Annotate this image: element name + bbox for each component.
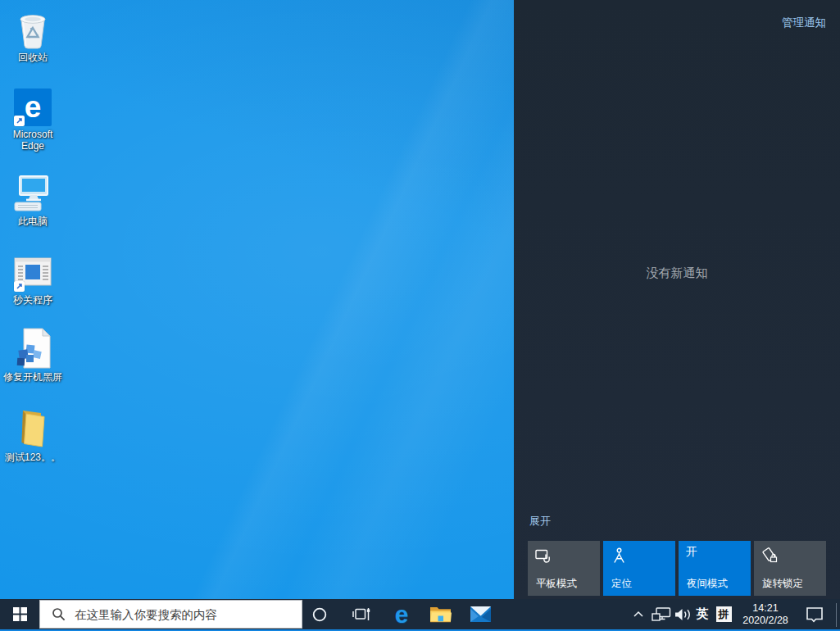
recycle-bin-icon — [16, 7, 50, 49]
ime-language-indicator[interactable]: 英 — [692, 599, 712, 629]
cortana-circle-icon — [312, 607, 327, 622]
chevron-up-icon — [633, 611, 644, 618]
tablet-mode-icon — [535, 547, 552, 568]
volume-tray-button[interactable] — [672, 599, 693, 629]
tray-date: 2020/2/28 — [742, 615, 788, 627]
test-folder-label: 测试123。。 — [5, 452, 61, 463]
tray-time: 14:21 — [742, 602, 788, 615]
app-window-icon — [14, 249, 52, 292]
tile-label: 定位 — [611, 577, 632, 591]
file-explorer-button[interactable] — [422, 599, 458, 629]
manage-notifications-link[interactable]: 管理通知 — [782, 16, 826, 30]
quick-close-program-label: 秒关程序 — [13, 294, 52, 306]
clock-button[interactable]: 14:21 2020/2/28 — [735, 599, 796, 629]
quick-actions-row: 平板模式 定位 开 夜间模式 — [528, 541, 826, 596]
show-desktop-button[interactable] — [836, 603, 840, 627]
desktop-icon-quick-close-program[interactable]: 秒关程序 — [2, 249, 64, 306]
registry-file-icon — [15, 326, 51, 369]
task-view-button[interactable] — [343, 599, 379, 629]
ime-mode-indicator[interactable]: 拼 — [712, 599, 735, 629]
action-center-panel: 管理通知 没有新通知 展开 平板模式 定位 — [514, 0, 840, 599]
tile-status-text: 开 — [686, 545, 697, 560]
folder-icon — [16, 406, 50, 449]
tray-overflow-button[interactable] — [628, 599, 649, 629]
network-tray-button[interactable] — [650, 599, 673, 629]
file-explorer-icon — [429, 606, 452, 623]
cortana-button[interactable] — [302, 599, 338, 629]
action-center-icon — [806, 606, 824, 623]
no-new-notifications-text: 没有新通知 — [514, 266, 840, 281]
desktop-icon-fix-boot-black-screen[interactable]: 修复开机黑屏 — [2, 326, 64, 383]
mail-button[interactable] — [462, 599, 498, 629]
desktop-icon-recycle-bin[interactable]: 回收站 — [2, 7, 64, 63]
windows-logo-icon — [13, 607, 27, 621]
mail-icon — [470, 606, 491, 622]
shortcut-arrow-icon — [14, 116, 25, 126]
edge-icon: e — [14, 84, 52, 126]
expand-link[interactable]: 展开 — [529, 514, 551, 529]
desktop-icon-this-pc[interactable]: 此电脑 — [2, 170, 64, 227]
location-icon — [611, 547, 628, 568]
tile-label: 平板模式 — [536, 577, 577, 591]
desktop-icon-test-folder[interactable]: 测试123。。 — [2, 406, 64, 463]
search-input[interactable] — [75, 608, 296, 621]
quick-action-location[interactable]: 定位 — [603, 541, 675, 596]
volume-icon — [674, 608, 692, 621]
start-button[interactable] — [0, 599, 39, 629]
edge-label: Microsoft Edge — [2, 129, 64, 152]
fix-boot-black-screen-label: 修复开机黑屏 — [3, 371, 62, 383]
search-icon — [52, 607, 66, 621]
edge-icon: e — [395, 601, 409, 629]
desktop-icon-microsoft-edge[interactable]: e Microsoft Edge — [2, 84, 64, 152]
tile-label: 夜间模式 — [687, 577, 728, 591]
action-center-button[interactable] — [797, 599, 833, 629]
this-pc-icon — [12, 170, 53, 213]
tile-label: 旋转锁定 — [762, 577, 803, 591]
quick-action-tablet-mode[interactable]: 平板模式 — [528, 541, 600, 596]
this-pc-label: 此电脑 — [18, 216, 48, 227]
shortcut-arrow-icon — [14, 281, 25, 292]
edge-taskbar-button[interactable]: e — [384, 599, 420, 629]
pinyin-ime-icon: 拼 — [716, 606, 732, 622]
task-view-icon — [352, 605, 370, 624]
quick-action-night-mode[interactable]: 开 夜间模式 — [679, 541, 751, 596]
rotation-lock-icon — [761, 547, 779, 568]
taskbar-search[interactable] — [39, 600, 302, 629]
recycle-bin-label: 回收站 — [18, 52, 48, 63]
quick-action-rotation-lock[interactable]: 旋转锁定 — [754, 541, 826, 596]
taskbar: e — [0, 599, 840, 631]
network-icon — [652, 607, 671, 621]
